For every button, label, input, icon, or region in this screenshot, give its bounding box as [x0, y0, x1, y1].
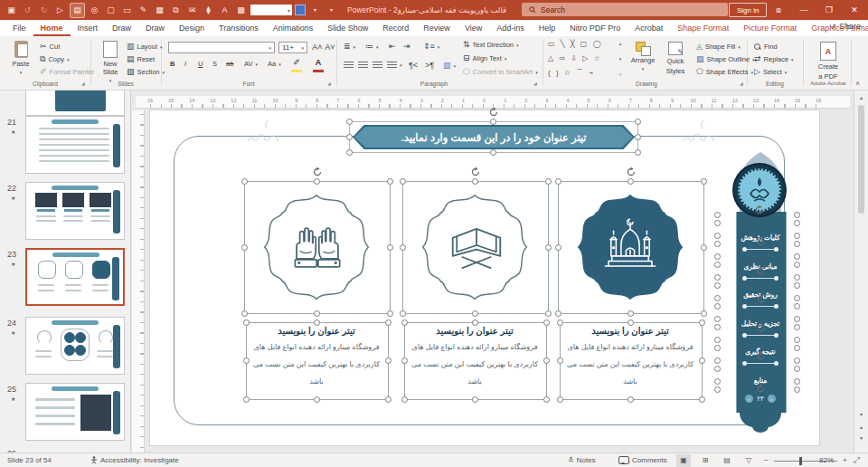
align-center-icon[interactable] — [358, 62, 368, 69]
selection-handle[interactable] — [241, 244, 248, 251]
selection-handle[interactable] — [635, 119, 641, 125]
selection-handle[interactable] — [241, 178, 248, 185]
tab-shape-format[interactable]: Shape Format — [670, 20, 736, 36]
selection-handle[interactable] — [387, 178, 393, 185]
selection-handle[interactable] — [794, 345, 800, 351]
new-file-icon[interactable]: ▢ — [104, 4, 118, 17]
italic-button[interactable]: I — [184, 60, 186, 68]
ltr-direction-icon[interactable]: ˃¶ — [425, 62, 434, 70]
slide-thumbnail-panel[interactable]: 21★22★ 23★ 24★ 25★26 — [0, 91, 131, 453]
previous-slide-icon[interactable]: ▲ — [856, 422, 866, 432]
selection-handle[interactable] — [714, 241, 721, 247]
selection-handle[interactable] — [387, 244, 393, 251]
selection-handle[interactable] — [243, 396, 250, 403]
selection-handle[interactable] — [714, 366, 721, 372]
save-icon[interactable]: ▣ — [5, 4, 18, 17]
selection-handle[interactable] — [346, 134, 353, 140]
card-body[interactable]: فروشگاه مینارو ارائه دهنده انواع فایل ها… — [406, 338, 543, 391]
selection-handle[interactable] — [794, 274, 800, 281]
selection-handle[interactable] — [714, 345, 721, 351]
selection-handle[interactable] — [545, 244, 552, 251]
slideshow-view-icon[interactable]: ▽ — [741, 454, 756, 467]
font-name-combo[interactable]: ▾ — [168, 42, 275, 53]
selection-handle[interactable] — [314, 178, 320, 185]
tab-review[interactable]: Review — [416, 20, 458, 36]
format-painter-button[interactable]: ✐Format Painter — [40, 68, 94, 76]
layout-button[interactable]: ▥Layout▾ — [127, 43, 163, 51]
rotate-handle-icon[interactable] — [470, 167, 481, 177]
shapes-gallery-scroll[interactable]: ▴▾▿ — [617, 41, 624, 77]
open-icon[interactable]: ▭ — [120, 4, 134, 17]
selection-handle[interactable] — [545, 178, 552, 185]
selection-handle[interactable] — [472, 396, 478, 403]
normal-view-button[interactable]: ▣ — [676, 454, 691, 467]
selection-handle[interactable] — [794, 324, 800, 330]
paste-button[interactable]: Paste▾ — [7, 41, 34, 75]
tab-add-ins[interactable]: Add-ins — [489, 20, 532, 36]
align-text-button[interactable]: ⊟Align Text▾ — [463, 54, 506, 62]
rotate-handle-icon[interactable] — [312, 167, 323, 177]
scrollbar-thumb[interactable] — [858, 105, 864, 214]
thumbnail-slide-22[interactable] — [25, 182, 125, 240]
cut-button[interactable]: ✂Cut — [40, 43, 60, 51]
selection-handle[interactable] — [543, 396, 550, 403]
fit-to-window-icon[interactable]: ⤢ — [854, 455, 860, 465]
text-shadow-button[interactable]: S — [212, 60, 217, 68]
numbering-button[interactable]: ≔▾ — [365, 43, 379, 51]
shape-outline-button[interactable]: ▨Shape Outline▾ — [696, 55, 755, 63]
share-button[interactable]: ⇗ Share — [830, 22, 861, 31]
selection-handle[interactable] — [794, 253, 800, 260]
card-body[interactable]: فروشگاه مینارو ارائه دهنده انواع فایل ها… — [561, 338, 699, 391]
shrink-font-icon[interactable]: A˅ — [324, 41, 336, 53]
selection-handle[interactable] — [714, 253, 721, 260]
selection-handle[interactable] — [714, 220, 721, 226]
tab-nitro-pdf-pro[interactable]: Nitro PDF Pro — [562, 20, 627, 36]
strikethrough-button[interactable]: ab — [226, 60, 233, 68]
thumbnail-slide-23[interactable] — [25, 248, 125, 306]
tab-file[interactable]: File — [5, 20, 33, 36]
scroll-up-icon[interactable]: ▴ — [856, 92, 866, 102]
selection-handle[interactable] — [555, 310, 561, 317]
selection-handle[interactable] — [714, 212, 721, 218]
convert-smartart-button[interactable]: ⬡Convert to SmartArt▾ — [463, 68, 538, 76]
shape-effects-button[interactable]: ⬠Shape Effects▾ — [696, 68, 753, 76]
record-icon[interactable]: ◎ — [88, 4, 101, 17]
section-button[interactable]: ▧Section▾ — [127, 68, 165, 76]
new-slide-button[interactable]: New Slide▾ — [96, 41, 125, 83]
selection-handle[interactable] — [472, 310, 478, 317]
card-heading[interactable]: تیتر عنوان را بنویسید — [558, 326, 703, 336]
thumbnail-slide-20[interactable] — [25, 91, 125, 116]
selection-handle[interactable] — [555, 244, 561, 251]
selection-handle[interactable] — [714, 282, 721, 289]
align-right-icon[interactable] — [373, 62, 382, 69]
next-slide-icon[interactable]: ▼ — [856, 433, 866, 443]
selection-handle[interactable] — [243, 357, 250, 364]
selection-handle[interactable] — [794, 366, 800, 372]
selection-handle[interactable] — [714, 274, 721, 281]
notes-button[interactable]: ≛ Notes — [568, 456, 596, 464]
font-dialog-launcher[interactable]: ◢ — [327, 81, 331, 86]
font-icon[interactable]: A — [218, 4, 231, 17]
change-case-button[interactable]: Aa▾ — [268, 60, 281, 68]
selection-handle[interactable] — [701, 178, 707, 185]
selection-handle[interactable] — [243, 319, 250, 326]
normal-view-icon[interactable]: ▤ — [70, 3, 85, 18]
nav-prev-icon[interactable]: ‹ — [745, 395, 753, 403]
character-spacing-button[interactable]: AV▾ — [244, 60, 258, 68]
tab-slide-show[interactable]: Slide Show — [320, 20, 375, 36]
increase-indent-icon[interactable]: ⇥ — [403, 43, 410, 51]
selection-handle[interactable] — [543, 357, 550, 364]
replace-button[interactable]: ⇄Replace▾ — [754, 55, 794, 63]
tab-draw-2[interactable]: Draw — [138, 20, 172, 36]
slide-canvas[interactable]: تیتر عنوان خود را در این قسمت وارد نمایی… — [150, 110, 819, 445]
text-direction-button[interactable]: ⇅Text Direction▾ — [463, 41, 519, 49]
selection-handle[interactable] — [400, 244, 406, 251]
zoom-out-icon[interactable]: − — [764, 456, 769, 464]
selection-handle[interactable] — [401, 357, 408, 364]
thumbnail-slide-21[interactable] — [25, 116, 125, 174]
selection-handle[interactable] — [699, 319, 705, 326]
shapes-gallery[interactable]: ▭ ╲ ╳ ▢ ◯△ ⇨ ⇩ ▷ ☆{ } ☆ ⌒ ⌁ — [548, 41, 615, 77]
selection-handle[interactable] — [794, 262, 800, 268]
thumbnail-slide-24[interactable] — [25, 317, 125, 375]
clipboard-dialog-launcher[interactable]: ◢ — [81, 81, 85, 86]
